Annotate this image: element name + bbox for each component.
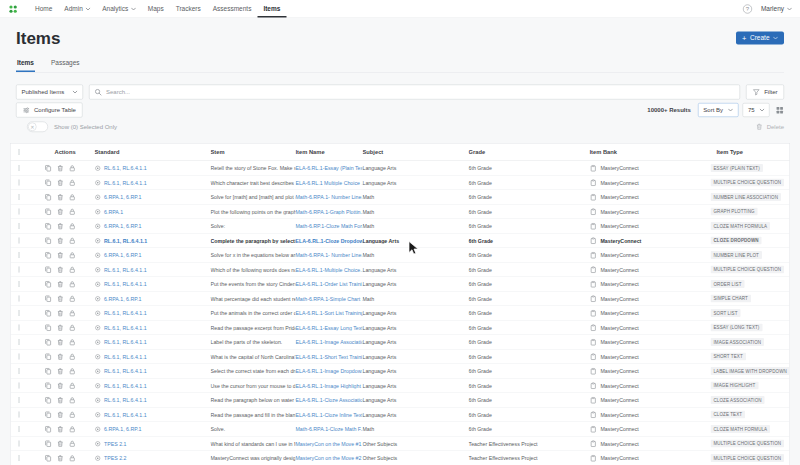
copy-icon[interactable] <box>45 251 53 259</box>
trash-icon[interactable] <box>57 266 65 274</box>
row-checkbox[interactable] <box>19 325 20 331</box>
nav-item-maps[interactable]: Maps <box>142 0 170 18</box>
row-checkbox[interactable] <box>19 209 20 215</box>
masteryconnect-logo-icon[interactable] <box>8 0 18 18</box>
lock-icon[interactable] <box>69 251 77 259</box>
item-name-link[interactable]: Math-6.RPA.1-Simple Chart ... <box>296 296 363 302</box>
trash-icon[interactable] <box>57 193 65 201</box>
item-name-link[interactable]: ELA-6.RL.1-Image Highlight ... <box>296 383 363 389</box>
nav-item-assessments[interactable]: Assessments <box>207 0 258 18</box>
copy-icon[interactable] <box>45 222 53 230</box>
item-name-link[interactable]: MasteryCon on the Move #1 <box>296 441 362 447</box>
item-name-link[interactable]: Math-6.RP.1-Cloze Math For... <box>296 223 363 229</box>
standard-link[interactable]: RL.6.1, RL.6.4.1.1 <box>104 339 147 345</box>
nav-item-analytics[interactable]: Analytics <box>96 0 142 18</box>
lock-icon[interactable] <box>69 179 77 187</box>
standard-link[interactable]: 6.RPA.1, 6.RP.1 <box>104 194 141 200</box>
copy-icon[interactable] <box>45 179 53 187</box>
help-icon[interactable]: ? <box>743 4 752 13</box>
trash-icon[interactable] <box>57 295 65 303</box>
trash-icon[interactable] <box>57 454 65 462</box>
trash-icon[interactable] <box>57 367 65 375</box>
item-name-link[interactable]: ELA-6.RL.1-Cloze Inline Text ... <box>296 412 363 418</box>
standard-link[interactable]: 6.RPA.1, 6.RP.1 <box>104 252 141 258</box>
row-checkbox[interactable] <box>19 354 20 360</box>
copy-icon[interactable] <box>45 208 53 216</box>
row-checkbox[interactable] <box>19 165 20 171</box>
tab-items[interactable]: Items <box>16 59 35 73</box>
standard-link[interactable]: 6.RPA.1, 6.RP.1 <box>104 296 141 302</box>
standard-link[interactable]: 6.RPA.1, 6.RP.1 <box>104 223 141 229</box>
copy-icon[interactable] <box>45 454 53 462</box>
row-checkbox[interactable] <box>19 296 20 302</box>
search-input[interactable] <box>106 89 735 96</box>
user-menu[interactable]: Marleny <box>761 5 792 13</box>
trash-icon[interactable] <box>57 382 65 390</box>
item-name-link[interactable]: ELA-6.RL.1-Cloze Associatio... <box>296 397 363 403</box>
lock-icon[interactable] <box>69 324 77 332</box>
create-button[interactable]: + Create <box>736 31 784 44</box>
sort-by-select[interactable]: Sort By <box>698 103 739 117</box>
lock-icon[interactable] <box>69 367 77 375</box>
copy-icon[interactable] <box>45 367 53 375</box>
copy-icon[interactable] <box>45 193 53 201</box>
published-filter-select[interactable]: Published Items <box>16 85 83 100</box>
trash-icon[interactable] <box>57 425 65 433</box>
row-checkbox[interactable] <box>19 238 20 244</box>
item-name-link[interactable]: ELA-6.RL.1-Essay (Plain Text)... <box>296 165 363 171</box>
lock-icon[interactable] <box>69 440 77 448</box>
item-name-link[interactable]: ELA-6.RL.1-Short Text Traini... <box>296 354 363 360</box>
trash-icon[interactable] <box>57 222 65 230</box>
item-name-link[interactable]: ELA-6.RL.1-Sort List Training... <box>296 310 363 316</box>
lock-icon[interactable] <box>69 280 77 288</box>
row-checkbox[interactable] <box>19 412 20 418</box>
nav-item-trackers[interactable]: Trackers <box>170 0 207 18</box>
item-name-link[interactable]: Math-6.RPA.1-Graph Plottin... <box>296 209 363 215</box>
trash-icon[interactable] <box>57 338 65 346</box>
row-checkbox[interactable] <box>19 281 20 287</box>
row-checkbox[interactable] <box>19 368 20 374</box>
tab-passages[interactable]: Passages <box>50 59 81 73</box>
trash-icon[interactable] <box>57 440 65 448</box>
lock-icon[interactable] <box>69 295 77 303</box>
standard-link[interactable]: RL.6.1, RL.6.4.1.1 <box>104 310 147 316</box>
trash-icon[interactable] <box>57 396 65 404</box>
standard-link[interactable]: TPES 2.1 <box>104 441 126 447</box>
standard-link[interactable]: RL.6.1, RL.6.4.1.1 <box>104 383 147 389</box>
lock-icon[interactable] <box>69 266 77 274</box>
item-name-link[interactable]: ELA-6.RL.1-Image Dropdow... <box>296 368 363 374</box>
lock-icon[interactable] <box>69 454 77 462</box>
lock-icon[interactable] <box>69 382 77 390</box>
trash-icon[interactable] <box>57 179 65 187</box>
lock-icon[interactable] <box>69 353 77 361</box>
standard-link[interactable]: RL.6.1, RL.6.4.1.1 <box>104 412 147 418</box>
trash-icon[interactable] <box>57 280 65 288</box>
row-checkbox[interactable] <box>19 194 20 200</box>
lock-icon[interactable] <box>69 222 77 230</box>
copy-icon[interactable] <box>45 338 53 346</box>
show-selected-toggle[interactable]: ✕ <box>27 122 48 133</box>
lock-icon[interactable] <box>69 338 77 346</box>
row-checkbox[interactable] <box>19 267 20 273</box>
copy-icon[interactable] <box>45 425 53 433</box>
copy-icon[interactable] <box>45 411 53 419</box>
standard-link[interactable]: RL.6.1, RL.6.4.1.1 <box>104 267 147 273</box>
filter-button[interactable]: Filter <box>746 85 784 100</box>
trash-icon[interactable] <box>57 353 65 361</box>
row-checkbox[interactable] <box>19 310 20 316</box>
copy-icon[interactable] <box>45 324 53 332</box>
standard-link[interactable]: 6.RPA.1, 6.RP.1 <box>104 426 141 432</box>
lock-icon[interactable] <box>69 208 77 216</box>
standard-link[interactable]: RL.6.1, RL.6.4.1.1 <box>104 281 147 287</box>
lock-icon[interactable] <box>69 396 77 404</box>
standard-link[interactable]: TPES 2.2 <box>104 455 126 461</box>
row-checkbox[interactable] <box>19 339 20 345</box>
item-name-link[interactable]: Math-6.RPA.1-Cloze Math F... <box>296 426 363 432</box>
copy-icon[interactable] <box>45 440 53 448</box>
trash-icon[interactable] <box>57 324 65 332</box>
row-checkbox[interactable] <box>19 180 20 186</box>
trash-icon[interactable] <box>57 208 65 216</box>
standard-link[interactable]: RL.6.1, RL.6.4.1.1 <box>104 397 147 403</box>
lock-icon[interactable] <box>69 193 77 201</box>
page-size-select[interactable]: 75 <box>743 103 770 117</box>
